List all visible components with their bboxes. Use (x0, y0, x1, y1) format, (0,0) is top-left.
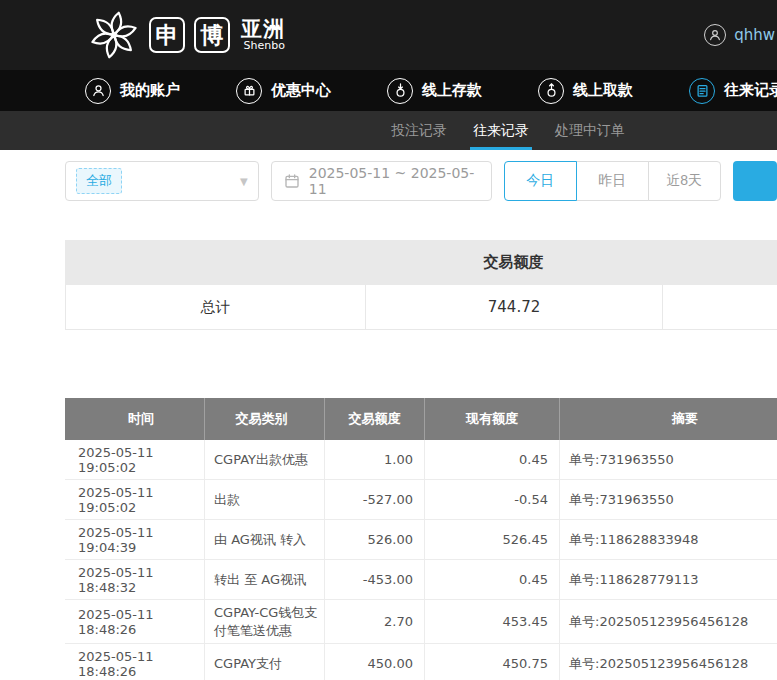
table-row: 2025-05-11 19:05:02 出款 -527.00 -0.54 单号:… (65, 480, 777, 520)
table-row: 2025-05-11 19:04:39 由 AG视讯 转入 526.00 526… (65, 520, 777, 560)
cell-memo: 单号:731963550 (560, 480, 777, 519)
table-row: 2025-05-11 18:48:32 转出 至 AG视讯 -453.00 0.… (65, 560, 777, 600)
summary-total-row: 总计 744.72 (65, 285, 777, 330)
brand-logo: 申 博 亚洲 Shenbo (88, 9, 285, 61)
cell-time: 2025-05-11 19:04:39 (65, 520, 205, 559)
cell-amount: 526.00 (325, 520, 425, 559)
cell-type: CGPAY-CG钱包支付笔笔送优惠 (205, 600, 325, 643)
cell-memo: 单号:202505123956456128 (560, 600, 777, 643)
summary-header-row: 交易额度 (65, 240, 777, 285)
today-button[interactable]: 今日 (504, 161, 577, 201)
nav-item-my-account[interactable]: 我的账户 (85, 78, 180, 104)
brand-region: 亚洲 (241, 18, 285, 40)
nav-item-deposit[interactable]: 线上存款 (387, 78, 482, 104)
cell-time: 2025-05-11 18:48:26 (65, 644, 205, 680)
cell-balance: -0.54 (425, 480, 560, 519)
gift-icon (236, 78, 262, 104)
table-row: 2025-05-11 18:48:26 CGPAY-CG钱包支付笔笔送优惠 2.… (65, 600, 777, 644)
calendar-icon (284, 173, 300, 189)
summary-header-blank-2 (662, 240, 777, 285)
type-select-value: 全部 (76, 168, 122, 194)
brand-text: 亚洲 Shenbo (241, 18, 285, 52)
sub-navigation: 投注记录 往来记录 处理中订单 (0, 111, 777, 150)
col-header-type: 交易类别 (205, 398, 325, 440)
records-icon (689, 78, 715, 104)
cell-time: 2025-05-11 18:48:26 (65, 600, 205, 643)
cell-amount: 2.70 (325, 600, 425, 643)
cell-balance: 526.45 (425, 520, 560, 559)
nav-item-label: 我的账户 (120, 81, 180, 100)
summary-header-blank (65, 240, 365, 285)
cell-memo: 单号:202505123956456128 (560, 644, 777, 680)
quick-date-buttons: 今日 昨日 近8天 (504, 161, 721, 201)
cell-amount: 1.00 (325, 440, 425, 479)
cell-amount: -527.00 (325, 480, 425, 519)
brand-char-1: 申 (149, 17, 185, 53)
cell-time: 2025-05-11 18:48:32 (65, 560, 205, 599)
cell-time: 2025-05-11 19:05:02 (65, 480, 205, 519)
records-table: 时间 交易类别 交易额度 现有额度 摘要 2025-05-11 19:05:02… (65, 398, 777, 680)
table-row: 2025-05-11 19:05:02 CGPAY出款优惠 1.00 0.45 … (65, 440, 777, 480)
nav-item-label: 线上取款 (573, 81, 633, 100)
cell-type: 出款 (205, 480, 325, 519)
brand-subtitle: Shenbo (244, 40, 285, 52)
last-8-days-button[interactable]: 近8天 (648, 161, 721, 201)
cell-balance: 450.75 (425, 644, 560, 680)
cell-balance: 0.45 (425, 440, 560, 479)
user-icon (85, 78, 111, 104)
search-button[interactable] (733, 161, 777, 201)
user-account-menu[interactable]: qhhw (704, 0, 775, 70)
cell-type: CGPAY出款优惠 (205, 440, 325, 479)
date-range-value: 2025-05-11 ~ 2025-05-11 (309, 165, 479, 197)
records-table-header: 时间 交易类别 交易额度 现有额度 摘要 (65, 398, 777, 440)
deposit-coin-icon (387, 78, 413, 104)
cell-balance: 453.45 (425, 600, 560, 643)
summary-total-blank (662, 285, 777, 329)
col-header-amount: 交易额度 (325, 398, 425, 440)
col-header-balance: 现有额度 (425, 398, 560, 440)
flower-logo-icon (88, 9, 140, 61)
withdraw-coin-icon (538, 78, 564, 104)
summary-total-value: 744.72 (365, 285, 662, 329)
brand-char-2: 博 (194, 17, 230, 53)
tab-processing-orders[interactable]: 处理中订单 (542, 111, 638, 150)
chevron-down-icon: ▼ (240, 176, 248, 187)
cell-type: 由 AG视讯 转入 (205, 520, 325, 559)
summary-table: 交易额度 总计 744.72 (65, 240, 777, 330)
transaction-records-page: 申 博 亚洲 Shenbo qhhw 我的账户 (0, 0, 777, 680)
cell-amount: -453.00 (325, 560, 425, 599)
cell-type: CGPAY支付 (205, 644, 325, 680)
nav-item-promotions[interactable]: 优惠中心 (236, 78, 331, 104)
nav-item-label: 往来记录 (724, 81, 777, 100)
username-label: qhhw (734, 26, 775, 44)
yesterday-button[interactable]: 昨日 (576, 161, 649, 201)
cell-memo: 单号:731963550 (560, 440, 777, 479)
cell-balance: 0.45 (425, 560, 560, 599)
cell-time: 2025-05-11 19:05:02 (65, 440, 205, 479)
cell-type: 转出 至 AG视讯 (205, 560, 325, 599)
user-avatar-icon (704, 24, 726, 46)
nav-item-label: 线上存款 (422, 81, 482, 100)
table-row: 2025-05-11 18:48:26 CGPAY支付 450.00 450.7… (65, 644, 777, 680)
summary-total-label: 总计 (65, 285, 365, 329)
date-range-picker[interactable]: 2025-05-11 ~ 2025-05-11 (271, 161, 492, 201)
cell-memo: 单号:118628833948 (560, 520, 777, 559)
tab-transaction-records[interactable]: 往来记录 (460, 111, 542, 150)
cell-amount: 450.00 (325, 644, 425, 680)
tab-betting-records[interactable]: 投注记录 (378, 111, 460, 150)
cell-memo: 单号:118628779113 (560, 560, 777, 599)
main-navigation: 我的账户 优惠中心 线上存款 (0, 70, 777, 111)
nav-item-label: 优惠中心 (271, 81, 331, 100)
col-header-time: 时间 (65, 398, 205, 440)
summary-header-amount: 交易额度 (365, 240, 662, 285)
type-select[interactable]: 全部 ▼ (65, 161, 259, 201)
filter-bar: 全部 ▼ 2025-05-11 ~ 2025-05-11 今日 昨日 近8天 (65, 161, 777, 201)
col-header-memo: 摘要 (560, 398, 777, 440)
nav-item-withdraw[interactable]: 线上取款 (538, 78, 633, 104)
nav-item-transaction-records[interactable]: 往来记录 (689, 78, 777, 104)
top-header: 申 博 亚洲 Shenbo qhhw (0, 0, 777, 70)
